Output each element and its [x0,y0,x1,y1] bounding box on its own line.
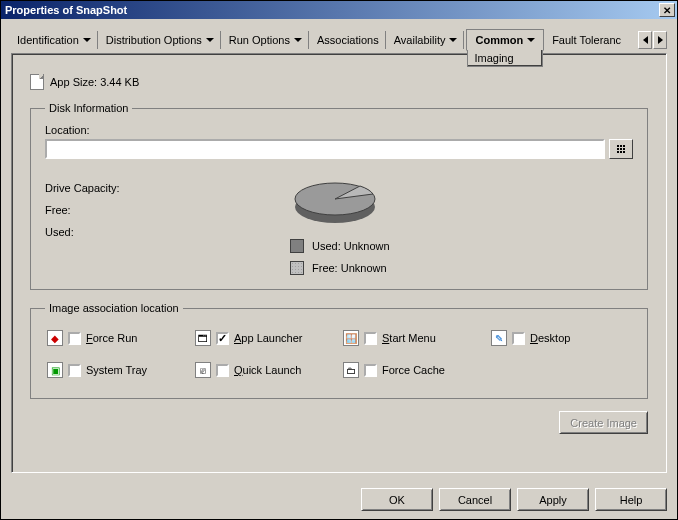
browse-icon [617,145,625,153]
create-image-button[interactable]: Create Image [559,411,648,434]
system-tray-label: System Tray [86,364,147,376]
tab-scroll-left[interactable] [638,31,652,49]
chevron-down-icon [527,38,535,42]
tab-bar: Identification Distribution Options Run … [11,29,667,51]
desktop-checkbox[interactable] [512,332,525,345]
force-run-checkbox[interactable] [68,332,81,345]
tab-label: Fault Toleranc [552,34,621,46]
drive-row: Drive Capacity: Free: Used: Used: Unknow… [45,177,633,275]
image-association-legend: Image association location [45,302,183,314]
legend-free-label: Free: Unknown [312,262,387,274]
tab-label: Run Options [229,34,290,46]
cancel-button[interactable]: Cancel [439,488,511,511]
chevron-down-icon [83,38,91,42]
assoc-quick-launch: ⎚ Quick Launch [195,362,335,378]
desktop-icon: ✎ [491,330,507,346]
tab-common[interactable]: Common Imaging [466,29,544,51]
apply-button[interactable]: Apply [517,488,589,511]
assoc-force-cache: 🗀 Force Cache [343,362,483,378]
assoc-app-launcher: 🗔 App Launcher [195,330,335,346]
legend-free-swatch [290,261,304,275]
chevron-left-icon [643,36,648,44]
tab-label: Availability [394,34,446,46]
assoc-desktop: ✎ Desktop [491,330,631,346]
chevron-down-icon [294,38,302,42]
disk-information-group: Disk Information Location: Drive Capacit… [30,102,648,290]
quick-launch-checkbox[interactable] [216,364,229,377]
tab-label: Associations [317,34,379,46]
force-cache-label: Force Cache [382,364,445,376]
force-cache-icon: 🗀 [343,362,359,378]
app-size-label: App Size: 3.44 KB [50,76,139,88]
tab-scroll-right[interactable] [653,31,667,49]
pie-area: Used: Unknown Free: Unknown [285,177,633,275]
content-area: Identification Distribution Options Run … [1,19,677,482]
tab-label: Identification [17,34,79,46]
start-menu-icon: 🪟 [343,330,359,346]
free-label: Free: [45,199,285,221]
subtab-imaging[interactable]: Imaging [467,50,543,67]
assoc-system-tray: ▣ System Tray [47,362,187,378]
dialog-button-bar: OK Cancel Apply Help [1,482,677,519]
legend-free-row: Free: Unknown [290,261,387,275]
legend-used-row: Used: Unknown [290,239,390,253]
start-menu-checkbox[interactable] [364,332,377,345]
legend-used-swatch [290,239,304,253]
location-label: Location: [45,124,633,136]
tab-associations[interactable]: Associations [311,31,386,49]
ok-button[interactable]: OK [361,488,433,511]
disk-usage-pie-icon [290,177,380,231]
start-menu-label: Start Menu [382,332,436,344]
assoc-force-run: ◆ Force Run [47,330,187,346]
force-cache-checkbox[interactable] [364,364,377,377]
browse-button[interactable] [609,139,633,159]
window-title: Properties of SnapShot [3,4,127,16]
app-launcher-checkbox[interactable] [216,332,229,345]
location-row [45,139,633,159]
tab-availability[interactable]: Availability [388,31,465,49]
image-association-group: Image association location ◆ Force Run 🗔… [30,302,648,399]
app-size-row: App Size: 3.44 KB [30,74,648,90]
tab-run-options[interactable]: Run Options [223,31,309,49]
tab-identification[interactable]: Identification [11,31,98,49]
drive-labels: Drive Capacity: Free: Used: [45,177,285,275]
tab-distribution-options[interactable]: Distribution Options [100,31,221,49]
app-launcher-label: App Launcher [234,332,303,344]
tab-panel: App Size: 3.44 KB Disk Information Locat… [11,53,667,473]
create-image-row: Create Image [30,411,648,434]
close-button[interactable]: ✕ [659,3,675,17]
help-button[interactable]: Help [595,488,667,511]
tab-fault-tolerance[interactable]: Fault Toleranc [546,31,627,49]
drive-capacity-label: Drive Capacity: [45,177,285,199]
assoc-grid: ◆ Force Run 🗔 App Launcher 🪟 Start Menu [45,324,633,384]
force-run-icon: ◆ [47,330,63,346]
system-tray-icon: ▣ [47,362,63,378]
desktop-label: Desktop [530,332,570,344]
chevron-down-icon [449,38,457,42]
system-tray-checkbox[interactable] [68,364,81,377]
chevron-right-icon [658,36,663,44]
quick-launch-icon: ⎚ [195,362,211,378]
legend-used-label: Used: Unknown [312,240,390,252]
tab-label: Distribution Options [106,34,202,46]
document-icon [30,74,44,90]
tab-label: Common [475,34,523,46]
disk-information-legend: Disk Information [45,102,132,114]
location-input[interactable] [45,139,605,159]
chevron-down-icon [206,38,214,42]
titlebar: Properties of SnapShot ✕ [1,1,677,19]
used-label: Used: [45,221,285,243]
assoc-start-menu: 🪟 Start Menu [343,330,483,346]
app-launcher-icon: 🗔 [195,330,211,346]
quick-launch-label: Quick Launch [234,364,301,376]
force-run-label: Force Run [86,332,137,344]
properties-window: Properties of SnapShot ✕ Identification … [0,0,678,520]
tab-scroll-controls [638,31,667,49]
